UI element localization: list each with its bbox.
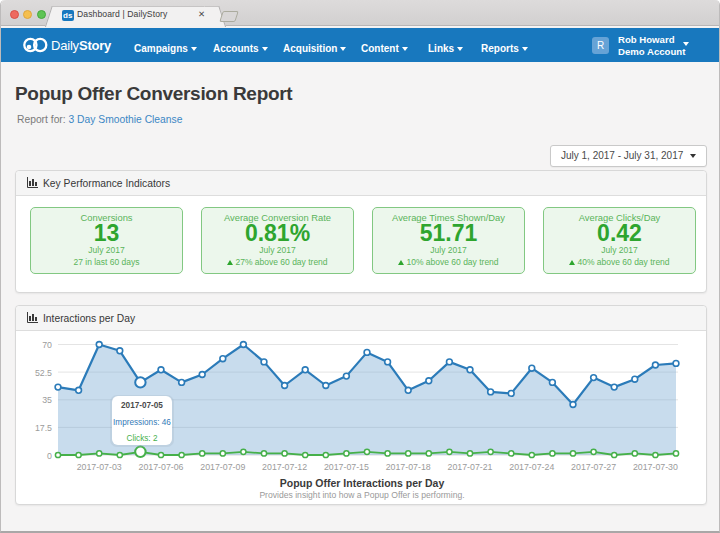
svg-text:52.5: 52.5: [35, 368, 52, 378]
svg-text:2017-07-06: 2017-07-06: [139, 462, 184, 472]
svg-text:2017-07-15: 2017-07-15: [324, 462, 369, 472]
svg-text:2017-07-18: 2017-07-18: [386, 462, 431, 472]
svg-text:2017-07-24: 2017-07-24: [509, 462, 554, 472]
svg-text:35: 35: [42, 395, 52, 405]
svg-text:17.5: 17.5: [35, 423, 52, 433]
svg-text:Clicks: 2: Clicks: 2: [127, 434, 158, 443]
svg-text:Impressions: 46: Impressions: 46: [113, 418, 171, 427]
svg-text:2017-07-03: 2017-07-03: [77, 462, 122, 472]
svg-text:2017-07-30: 2017-07-30: [633, 462, 678, 472]
svg-text:2017-07-09: 2017-07-09: [200, 462, 245, 472]
svg-text:2017-07-12: 2017-07-12: [262, 462, 307, 472]
svg-text:2017-07-21: 2017-07-21: [448, 462, 493, 472]
svg-text:0: 0: [47, 451, 52, 461]
svg-text:70: 70: [42, 340, 52, 350]
svg-text:2017-07-27: 2017-07-27: [571, 462, 616, 472]
svg-text:2017-07-05: 2017-07-05: [121, 401, 163, 410]
